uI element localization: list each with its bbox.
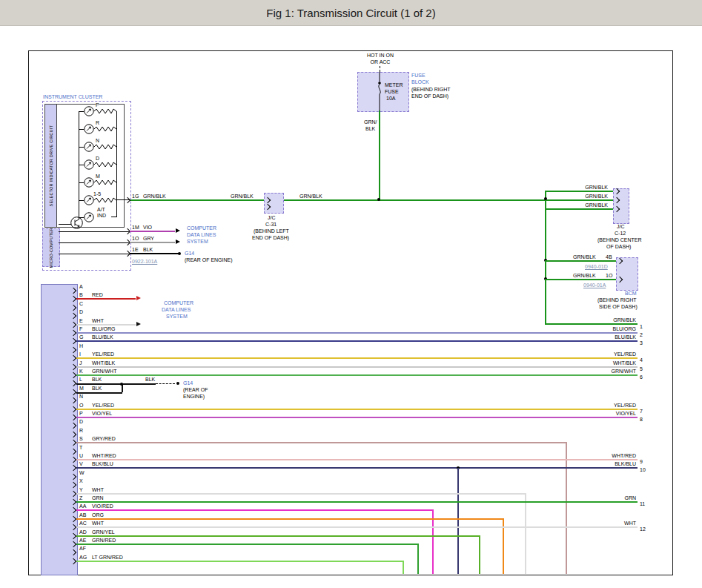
lamp-letter: D [96, 156, 99, 162]
wire [76, 340, 638, 342]
wire-name-label: GRN [580, 495, 636, 501]
wire-grn-blk-jc12-2 [546, 199, 613, 201]
edge-pin-number: 7 [640, 409, 643, 414]
harness-link[interactable]: 0940-01D [585, 264, 608, 270]
wire-name-label: BLK [92, 377, 102, 383]
wire [457, 468, 459, 574]
wire-grn-blk-jc12-1 [545, 191, 613, 192]
resistor-icon [94, 108, 116, 114]
bcm-link[interactable]: BCM [625, 291, 637, 297]
connector-pin-letter: L [79, 377, 82, 383]
indicator-lamp-icon [84, 159, 94, 170]
edge-pin-number: 2 [640, 332, 643, 338]
wire-name-label: WHT [580, 521, 636, 526]
wire-name-label: GRN/BLK [143, 194, 166, 199]
indicator-lamp-icon [84, 106, 94, 116]
connector-pin-letter: W [79, 470, 85, 476]
wire-name-label: ORG [92, 512, 104, 518]
fuse-rating-label: 10A [386, 96, 395, 102]
connector-pin-letter: Z [79, 495, 82, 501]
edge-pin-number: 4 [640, 357, 643, 363]
cluster-1m-line [59, 231, 130, 232]
wire [76, 324, 136, 326]
indicator-lamp-icon [84, 142, 94, 152]
wire-name-label: WHT [92, 318, 104, 324]
hot-in-label-2: OR ACC [360, 59, 400, 65]
wire-name-label: BLK [145, 377, 155, 383]
wire-name-label: YEL/RED [580, 351, 636, 357]
ground-g14-link[interactable]: G14 [185, 251, 194, 257]
ground-g14-location: (REAR OF [183, 387, 208, 393]
jc31-location-2: END OF DASH) [252, 235, 289, 241]
wire-grn-blk-bcm-1 [545, 260, 616, 262]
fuse-block-location: (BEHIND RIGHT [411, 87, 451, 93]
resistor-icon [94, 144, 116, 150]
wire-name-label: RED [92, 292, 103, 298]
wire-name-label: BLK [92, 386, 102, 392]
computer-data-lines-link[interactable]: COMPUTER [187, 225, 216, 231]
wire-name-label: WHT/BLK [92, 360, 115, 366]
wire-name-label: GRN/YEL [92, 529, 115, 535]
jc12-id: C-12 [615, 231, 626, 237]
computer-data-lines-link-2[interactable]: DATA LINES [187, 232, 216, 238]
wire [76, 459, 638, 460]
resistor-icon [94, 179, 116, 185]
connector-pin-letter: Y [79, 487, 83, 493]
selector-indicator-panel: SELECTOR INDICATOR DRIVE CIRCUIT [44, 104, 57, 228]
wire [76, 501, 638, 503]
junction-dot [377, 198, 380, 201]
wire-grn-blk-vertical [545, 191, 546, 325]
edge-pin-number: 1 [640, 324, 643, 330]
wire-name-label: BLK [143, 247, 153, 253]
wire-blk [130, 253, 179, 254]
connector-pin-letter: AE [79, 538, 86, 544]
fuse-block-link-2[interactable]: BLOCK [411, 79, 429, 85]
lamp-bus-right [116, 111, 117, 217]
connector-pin-letter: K [79, 369, 83, 374]
at-ind-label-2: IND [97, 213, 106, 219]
jc31-name: J/C [268, 215, 276, 221]
connector-pin-letter: S [79, 436, 83, 442]
ground-dot [178, 252, 181, 255]
wire-name-label: BLU/BLK [92, 334, 113, 340]
lamp-bus-left [79, 111, 79, 219]
ground-g14-link[interactable]: G14 [183, 380, 193, 386]
fuse-name-label: METER [385, 82, 403, 88]
edge-pin-number: 10 [640, 467, 646, 473]
computer-data-lines-link[interactable]: COMPUTER [164, 300, 193, 306]
connector-pin-letter: M [79, 386, 84, 392]
edge-pin-number: 12 [640, 526, 646, 532]
wiring-diagram-page: Fig 1: Transmission Circuit (1 of 2) HOT… [0, 0, 702, 588]
fuse-feed-wire [379, 110, 380, 200]
harness-link[interactable]: 0940-01A [583, 283, 606, 288]
fuse-block-location-2: END OF DASH) [411, 93, 448, 99]
jc12-location-2: OF DASH) [606, 244, 631, 250]
edge-pin-number: 11 [640, 501, 645, 507]
wire-label-grn: GRN/ [364, 119, 377, 125]
computer-data-lines-link-3[interactable]: SYSTEM [166, 314, 188, 320]
fuse-block-link[interactable]: FUSE [411, 73, 425, 79]
wire-arrow-icon [136, 296, 141, 300]
indicator-lamp-icon [84, 124, 94, 134]
bcm-location: (BEHIND RIGHT [597, 297, 637, 303]
bcm-location-2: SIDE OF DASH) [599, 304, 638, 310]
wire [76, 561, 404, 562]
lamp-letter: N [96, 138, 99, 144]
connector-pin-letter: D [79, 419, 83, 425]
connector-pin-letter: N [79, 394, 83, 400]
wire [76, 417, 638, 418]
computer-data-lines-link-2[interactable]: DATA LINES [162, 307, 191, 313]
indicator-lamp-icon [84, 177, 94, 188]
wire [76, 357, 638, 359]
pin-label-1o: 1O [606, 273, 612, 279]
micro-transistor-line [59, 224, 71, 225]
instrument-cluster-link[interactable]: INSTRUMENT CLUSTER [43, 94, 102, 100]
wire-name-label: GRN/BLK [562, 194, 608, 199]
connector-pin-letter: AB [79, 512, 86, 518]
hot-in-label: HOT IN ON [360, 53, 400, 59]
computer-data-lines-link-3[interactable]: SYSTEM [187, 239, 208, 245]
wire [76, 535, 480, 537]
page-title: Fig 1: Transmission Circuit (1 of 2) [0, 0, 702, 26]
harness-link[interactable]: 0922-101A [132, 259, 157, 265]
connector-pin-letter: AF [79, 546, 86, 552]
